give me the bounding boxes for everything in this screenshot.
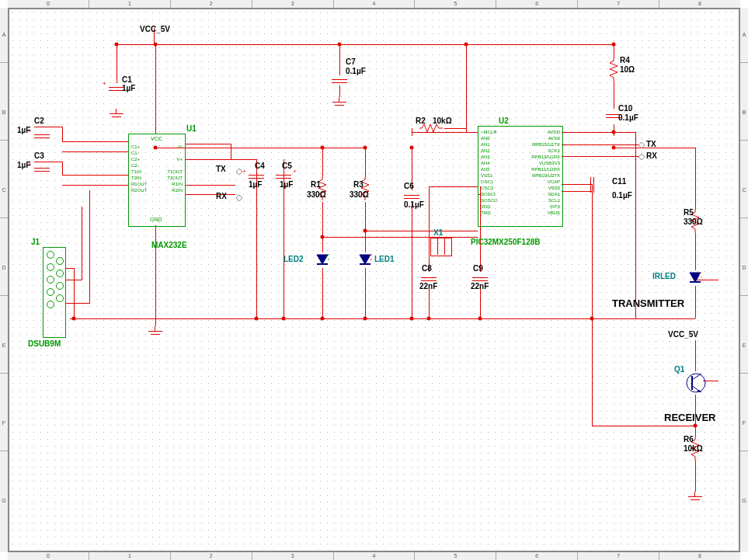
ref-irled: IRLED — [652, 272, 676, 280]
junction — [115, 43, 119, 47]
vcc-label-2: VCC_5V — [668, 330, 698, 339]
resistor-r4[interactable] — [610, 58, 618, 82]
gnd-symbol — [331, 97, 348, 108]
junction — [478, 317, 482, 321]
junction — [321, 317, 325, 321]
val-c9: 22nF — [471, 282, 489, 290]
ruler-left: AB CD EF G — [0, 8, 9, 552]
junction — [255, 317, 259, 321]
wire — [34, 127, 62, 127]
net-tx2: TX — [646, 140, 656, 148]
junction — [364, 317, 367, 321]
ref-led2: LED2 — [284, 255, 304, 263]
resistor-r2[interactable] — [419, 124, 443, 132]
val-c3: 1µF — [17, 161, 30, 169]
junction — [612, 43, 616, 47]
wire — [695, 340, 696, 371]
transmitter-label: TRANSMITTER — [612, 297, 684, 309]
ref-j1: J1 — [31, 238, 40, 246]
ir-led[interactable] — [688, 270, 702, 286]
wire — [231, 144, 231, 159]
wire — [365, 148, 366, 177]
wire — [62, 175, 128, 176]
ref-c10: C10 — [618, 104, 632, 113]
val-r2: 10kΩ — [433, 117, 452, 125]
wire — [429, 186, 430, 272]
wire — [185, 144, 231, 144]
val-c2: 1µF — [17, 126, 30, 134]
receiver-label: RECEIVER — [664, 412, 715, 423]
val-u2: PIC32MX250F128B — [471, 238, 541, 246]
schematic-canvas[interactable]: 012 345 678 012 345 678 AB CD EF G AB CD… — [0, 0, 748, 560]
val-c10: 0.1µF — [618, 113, 638, 122]
port-icon — [638, 141, 645, 149]
ref-u1: U1 — [186, 124, 197, 133]
transistor-q1[interactable] — [686, 371, 706, 395]
junction — [154, 43, 158, 47]
junction — [72, 317, 76, 321]
wire — [614, 44, 614, 58]
junction — [338, 43, 342, 47]
svg-marker-4 — [360, 255, 371, 264]
junction — [612, 146, 616, 150]
wire — [444, 128, 466, 129]
wire — [89, 190, 90, 304]
wire — [62, 141, 128, 142]
wire — [155, 44, 156, 134]
val-c8: 22nF — [419, 282, 437, 290]
junction — [694, 424, 698, 428]
svg-line-14 — [692, 374, 701, 380]
ref-u2: U2 — [499, 117, 509, 125]
gnd-symbol — [147, 326, 164, 337]
val-r1: 330Ω — [307, 190, 326, 199]
led-1[interactable] — [358, 252, 372, 268]
wire — [695, 461, 696, 492]
wire — [74, 268, 75, 318]
wire — [695, 233, 696, 270]
wire — [185, 194, 235, 195]
wire — [155, 318, 156, 326]
ref-q1: Q1 — [674, 365, 684, 374]
wire — [66, 303, 89, 304]
wire — [412, 132, 478, 133]
port-icon — [235, 194, 243, 202]
svg-marker-20 — [638, 154, 645, 160]
svg-line-7 — [371, 256, 372, 260]
capacitor-c11[interactable] — [586, 177, 599, 193]
wire — [322, 148, 323, 177]
crystal-x1[interactable] — [430, 238, 452, 256]
wire — [592, 318, 593, 426]
wire — [412, 128, 412, 136]
ruler-bottom: 012 345 678 — [8, 551, 740, 560]
net-rx: RX — [216, 192, 227, 200]
val-c4: 1µF — [249, 180, 262, 189]
capacitor-c3[interactable]: + — [34, 164, 50, 176]
capacitor-c2[interactable]: + — [34, 130, 50, 143]
junction — [282, 317, 286, 321]
ref-r6: R6 — [684, 435, 694, 443]
val-c6: 0.1µF — [404, 200, 424, 209]
ic-u2[interactable]: ~MCLRAVDDAN0AVSSAN1RPB15/U1TXAN2SCK1AN3R… — [478, 126, 563, 227]
wire — [155, 148, 365, 148]
ic-u1[interactable]: VCC C1+V-C1-C2+V+C2-T1INT1OUTT2INT2OUTR1… — [128, 134, 186, 227]
connector-j1[interactable] — [43, 247, 66, 338]
ref-c9: C9 — [473, 264, 483, 273]
wire — [117, 44, 614, 45]
ref-c8: C8 — [422, 264, 432, 273]
wire — [429, 186, 478, 187]
svg-marker-8 — [690, 273, 701, 282]
wire — [695, 286, 696, 318]
ruler-top: 012 345 678 — [8, 0, 740, 9]
wire — [322, 237, 478, 238]
ref-r4: R4 — [620, 56, 630, 64]
gnd-symbol — [687, 492, 704, 503]
wire — [614, 82, 614, 109]
wire — [695, 148, 696, 210]
wire — [429, 287, 430, 318]
ref-led1: LED1 — [374, 255, 395, 263]
wire — [339, 44, 340, 75]
svg-marker-0 — [317, 255, 328, 264]
led-2[interactable] — [315, 252, 329, 268]
svg-marker-19 — [638, 142, 645, 148]
val-c7: 0.1µF — [346, 67, 366, 75]
